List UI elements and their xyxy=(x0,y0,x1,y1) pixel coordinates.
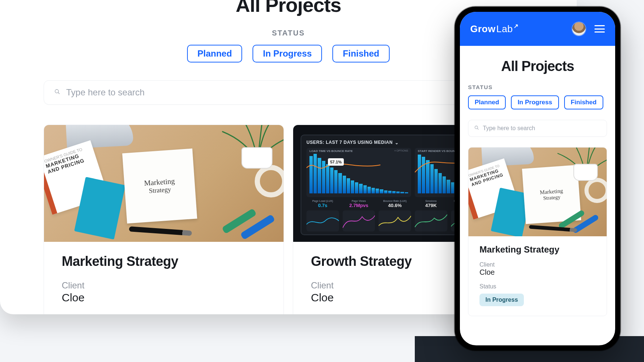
mobile-project-thumbnail: OWNER'S GUIDE TO MARKETING AND PRICING M… xyxy=(468,148,607,236)
avatar[interactable] xyxy=(572,22,586,35)
dash-chart-1: LOAD TIME VS BOUNCE RATE ≡ OPTIONS 57.1% xyxy=(306,148,411,197)
mobile-page-title: All Projects xyxy=(468,58,607,74)
kpi-label: Bounce Rate (LUX) xyxy=(379,200,411,202)
kpi-label: Page Load (LUX) xyxy=(306,200,339,202)
svg-point-0 xyxy=(55,89,58,93)
kpi-value: 2.7Mpvs xyxy=(349,203,368,208)
mobile-client-label: Client xyxy=(479,261,596,268)
brand-logo: GrowLab↗ xyxy=(470,23,519,35)
search-icon xyxy=(54,89,60,96)
mobile-filter-group: Planned In Progress Finished xyxy=(468,95,607,109)
kpi-value: 479K xyxy=(425,203,437,208)
arrow-up-right-icon: ↗ xyxy=(513,23,519,30)
chevron-down-icon: ⌄ xyxy=(395,140,399,145)
mobile-search-input[interactable] xyxy=(483,125,601,132)
thumb-paper-line2: Strategy xyxy=(149,186,171,195)
dash-badge: 57.1% xyxy=(328,158,344,166)
client-value: Cloe xyxy=(62,291,266,304)
phone-screen: GrowLab↗ All Projects STATUS Planned In … xyxy=(460,12,615,345)
filter-finished[interactable]: Finished xyxy=(332,45,390,62)
brand-word-1: Grow xyxy=(470,23,495,35)
mobile-status-badge: In Progress xyxy=(479,294,524,306)
mobile-project-title: Marketing Strategy xyxy=(479,244,596,255)
mobile-status-field-label: Status xyxy=(479,283,596,290)
kpi-value: 40.6% xyxy=(388,203,402,208)
svg-line-3 xyxy=(477,128,478,129)
dash-options: ≡ OPTIONS xyxy=(394,149,408,152)
project-thumbnail: OWNER'S GUIDE TO MARKETING AND PRICING M… xyxy=(44,125,284,242)
project-card-marketing[interactable]: OWNER'S GUIDE TO MARKETING AND PRICING M… xyxy=(44,125,284,314)
mobile-client-value: Cloe xyxy=(479,268,596,277)
mobile-filter-in-progress[interactable]: In Progress xyxy=(511,95,559,109)
menu-icon[interactable] xyxy=(594,25,605,33)
search-input[interactable] xyxy=(66,87,522,98)
search-icon xyxy=(474,125,479,132)
mobile-search-bar[interactable] xyxy=(468,120,607,137)
project-title: Marketing Strategy xyxy=(62,254,266,269)
filter-planned[interactable]: Planned xyxy=(187,45,242,62)
kpi-label: Page Views xyxy=(343,200,375,202)
filter-in-progress[interactable]: In Progress xyxy=(252,45,322,62)
brand-word-2: Lab xyxy=(496,23,513,35)
mobile-filter-planned[interactable]: Planned xyxy=(468,95,506,109)
kpi-value: 0.7s xyxy=(318,203,327,208)
dash-header: USERS: LAST 7 DAYS USING MEDIAN xyxy=(306,140,393,145)
kpi-label: Sessions xyxy=(415,200,447,202)
svg-point-2 xyxy=(475,126,478,129)
phone-device: GrowLab↗ All Projects STATUS Planned In … xyxy=(455,7,620,351)
client-label: Client xyxy=(62,280,266,291)
mobile-filter-finished[interactable]: Finished xyxy=(564,95,603,109)
mobile-status-label: STATUS xyxy=(468,84,607,90)
thumb-paper-line2: Strategy xyxy=(543,194,561,201)
svg-line-1 xyxy=(58,92,60,94)
dash-chart-1-label: LOAD TIME VS BOUNCE RATE xyxy=(309,149,353,153)
mobile-project-card[interactable]: OWNER'S GUIDE TO MARKETING AND PRICING M… xyxy=(468,147,607,316)
mobile-header: GrowLab↗ xyxy=(460,12,615,46)
